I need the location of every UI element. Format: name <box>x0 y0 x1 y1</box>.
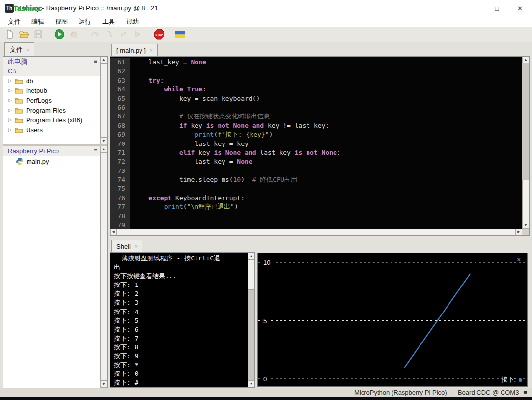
shell-output[interactable]: 薄膜键盘测试程序 - 按Ctrl+C退出按下按键查看结果...按下: 1按下: … <box>110 253 248 387</box>
stop-icon[interactable]: STOP <box>153 29 164 40</box>
scroll-thumb[interactable] <box>522 180 529 223</box>
menu-item[interactable]: 运行 <box>73 16 97 27</box>
tab-shell[interactable]: Shell × <box>111 240 142 252</box>
editor-line: 62 <box>110 67 522 76</box>
editor-hscrollbar[interactable]: ◀ ▶ <box>110 229 522 235</box>
step-into-icon[interactable] <box>104 29 114 40</box>
code-editor[interactable]: 61 last_key = None6263 try:64 while True… <box>110 57 522 229</box>
files-pico-scrollbar[interactable]: ▲ ▼ <box>100 146 107 388</box>
tab-shell-label: Shell <box>116 243 131 250</box>
shell-vscrollbar[interactable]: ▲ ▼ <box>248 253 254 387</box>
plotter-legend: 按下: <box>501 375 522 384</box>
tree-item-folder[interactable]: ▷Program Files <box>3 105 100 115</box>
tab-main-py-close-icon[interactable]: × <box>150 48 153 53</box>
line-number: 74 <box>110 175 130 184</box>
line-number: 71 <box>110 148 130 157</box>
thonny-logo-icon: Th <box>5 4 14 13</box>
editor-tabstrip: [ main.py ] × <box>110 43 530 56</box>
scroll-down-icon[interactable]: ▼ <box>248 380 254 387</box>
tree-item-folder[interactable]: ▷db <box>3 76 100 86</box>
files-section-this-pc: 此电脑 C:\ ≡ ▷db▷inetpub▷PerfLogs▷Program F… <box>3 57 107 144</box>
tree-item-folder[interactable]: ▷inetpub <box>3 86 100 95</box>
tree-item-folder[interactable]: ▷Program Files (x86) <box>3 115 100 125</box>
editor-vscrollbar[interactable]: ▲ ▼ <box>522 57 529 229</box>
editor-body: 61 last_key = None6263 try:64 while True… <box>110 56 530 236</box>
statusbar-separator: · <box>451 389 453 396</box>
menu-item[interactable]: 文件 <box>2 16 26 27</box>
files-menu-icon[interactable]: ≡ <box>94 59 97 64</box>
legend-dot-icon <box>519 378 522 382</box>
scroll-down-icon[interactable]: ▼ <box>100 138 107 144</box>
files-panel: 文件 × 此电脑 C:\ ≡ ▷db▷inetpub▷PerfLogs▷Prog… <box>3 43 108 388</box>
tree-item-label: main.py <box>27 158 49 165</box>
editor-line: 63 try: <box>110 76 522 85</box>
scroll-up-icon[interactable]: ▲ <box>100 57 107 63</box>
run-icon[interactable] <box>54 29 65 40</box>
scroll-thumb[interactable] <box>248 259 254 290</box>
tab-files[interactable]: 文件 × <box>4 42 34 56</box>
scroll-right-icon[interactable]: ▶ <box>515 229 522 235</box>
folder-icon <box>15 87 23 94</box>
files-tree-pico: main.py <box>3 156 100 166</box>
svg-text:STOP: STOP <box>156 33 163 36</box>
editor-line: 76 except KeyboardInterrupt: <box>110 194 522 202</box>
shell-line: 薄膜键盘测试程序 - 按Ctrl+C退 <box>114 254 248 263</box>
scroll-thumb[interactable] <box>100 153 107 381</box>
scroll-thumb[interactable] <box>100 63 107 138</box>
main-area: 文件 × 此电脑 C:\ ≡ ▷db▷inetpub▷PerfLogs▷Prog… <box>0 42 532 389</box>
close-button[interactable]: ✕ <box>508 0 532 16</box>
tab-files-close-icon[interactable]: × <box>27 47 29 53</box>
scroll-up-icon[interactable]: ▲ <box>522 57 529 63</box>
menu-item[interactable]: 编辑 <box>26 16 50 27</box>
tree-item-folder[interactable]: ▷Users <box>3 125 100 135</box>
line-number: 67 <box>110 112 130 121</box>
line-number: 72 <box>110 157 130 166</box>
expander-icon[interactable]: ▷ <box>8 108 15 113</box>
shell-line: 按下: 9 <box>114 352 248 361</box>
toolbar: STOP <box>0 27 532 42</box>
files-local-scrollbar[interactable]: ▲ ▼ <box>100 57 107 144</box>
expander-icon[interactable]: ▷ <box>8 98 15 103</box>
tab-shell-close-icon[interactable]: × <box>135 244 138 249</box>
ukraine-flag-icon[interactable] <box>174 29 185 40</box>
shell-line: 按下: * <box>114 361 248 370</box>
scroll-up-icon[interactable]: ▲ <box>100 146 107 153</box>
tab-files-label: 文件 <box>10 45 23 54</box>
shell-tabstrip: Shell × <box>110 239 255 252</box>
plotter-panel: 0510 × 按下: <box>257 253 528 387</box>
menu-item[interactable]: 工具 <box>97 16 120 27</box>
step-over-icon[interactable] <box>89 29 100 40</box>
statusbar-menu-icon[interactable]: ≡ <box>523 389 527 396</box>
pico-menu-icon[interactable]: ≡ <box>94 148 97 153</box>
tree-item-main-py[interactable]: main.py <box>3 156 100 166</box>
save-file-icon[interactable] <box>33 29 44 40</box>
tree-item-folder[interactable]: ▷PerfLogs <box>3 95 100 105</box>
scroll-down-icon[interactable]: ▼ <box>100 381 107 388</box>
shell-line: 按下: 3 <box>114 298 248 307</box>
debug-icon[interactable] <box>68 29 79 40</box>
scroll-thumb[interactable] <box>117 229 515 235</box>
expander-icon[interactable]: ▷ <box>8 88 15 93</box>
scroll-down-icon[interactable]: ▼ <box>522 222 529 229</box>
maximize-button[interactable]: □ <box>485 0 508 16</box>
plotter-close-icon[interactable]: × <box>517 256 521 263</box>
line-number: 69 <box>110 130 130 139</box>
tree-item-label: Program Files <box>26 107 66 114</box>
step-out-icon[interactable] <box>118 29 129 40</box>
new-file-icon[interactable] <box>4 29 15 40</box>
expander-icon[interactable]: ▷ <box>8 127 15 132</box>
editor-line: 61 last_key = None <box>110 58 522 67</box>
window-controls: — □ ✕ <box>462 0 532 16</box>
resume-icon[interactable] <box>132 29 143 40</box>
menu-item[interactable]: 视图 <box>50 16 73 27</box>
scroll-up-icon[interactable]: ▲ <box>248 253 254 259</box>
menu-item[interactable]: 帮助 <box>120 16 144 27</box>
editor-line: 79 <box>110 221 522 229</box>
expander-icon[interactable]: ▷ <box>8 117 15 122</box>
line-number: 68 <box>110 121 130 130</box>
open-file-icon[interactable] <box>19 29 29 40</box>
expander-icon[interactable]: ▷ <box>8 78 15 83</box>
scroll-left-icon[interactable]: ◀ <box>110 229 117 235</box>
tab-main-py[interactable]: [ main.py ] × <box>111 44 158 56</box>
minimize-button[interactable]: — <box>462 0 485 16</box>
